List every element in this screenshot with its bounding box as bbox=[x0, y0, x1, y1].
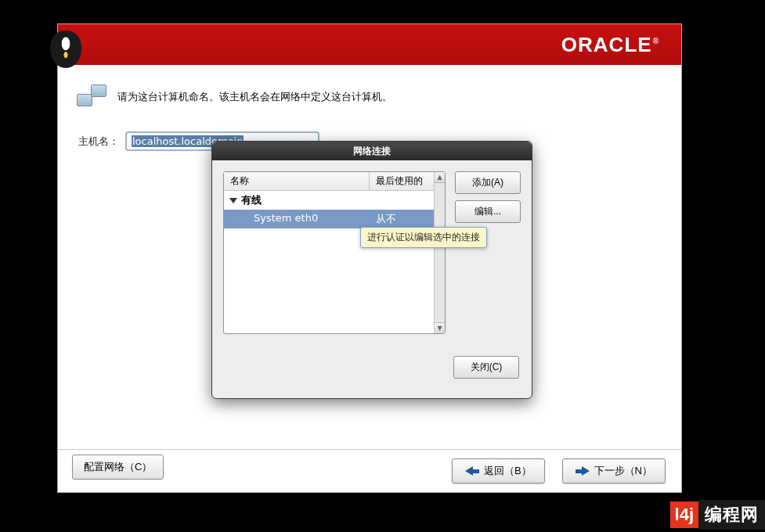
next-button[interactable]: 下一步（N） bbox=[562, 458, 666, 483]
group-wired[interactable]: 有线 bbox=[224, 191, 434, 210]
column-name[interactable]: 名称 bbox=[224, 172, 370, 190]
network-connections-dialog: 网络连接 名称 最后使用的 有线 System eth0 从不 ▲ ▼ bbox=[211, 141, 532, 399]
bottom-nav-bar: 返回（B） 下一步（N） bbox=[58, 449, 681, 492]
computer-icon bbox=[77, 84, 108, 110]
hostname-label: 主机名： bbox=[78, 135, 119, 149]
host-description: 请为这台计算机命名。该主机名会在网络中定义这台计算机。 bbox=[117, 90, 392, 104]
edit-tooltip: 进行认证以编辑选中的连接 bbox=[360, 227, 487, 248]
back-button[interactable]: 返回（B） bbox=[452, 458, 545, 483]
edit-button[interactable]: 编辑... bbox=[455, 200, 521, 223]
arrow-left-icon bbox=[465, 466, 479, 476]
host-description-row: 请为这台计算机命名。该主机名会在网络中定义这台计算机。 bbox=[72, 84, 667, 110]
oracle-logo: ORACLE® bbox=[561, 33, 659, 57]
connection-item-eth0[interactable]: System eth0 从不 bbox=[224, 210, 434, 228]
tux-icon bbox=[50, 31, 81, 68]
list-scrollbar[interactable]: ▲ ▼ bbox=[434, 172, 445, 333]
watermark-logo: l4j bbox=[670, 501, 698, 528]
dialog-title: 网络连接 bbox=[212, 142, 532, 160]
column-last-used[interactable]: 最后使用的 bbox=[370, 172, 434, 190]
arrow-right-icon bbox=[576, 466, 590, 476]
connection-list[interactable]: 名称 最后使用的 有线 System eth0 从不 ▲ ▼ bbox=[223, 171, 446, 334]
dialog-body: 名称 最后使用的 有线 System eth0 从不 ▲ ▼ 添加(A) 编辑.… bbox=[212, 160, 532, 345]
add-button[interactable]: 添加(A) bbox=[455, 171, 521, 194]
scroll-down-icon[interactable]: ▼ bbox=[435, 322, 445, 333]
header-banner: ORACLE® bbox=[58, 24, 681, 65]
scroll-up-icon[interactable]: ▲ bbox=[435, 172, 445, 183]
list-header: 名称 最后使用的 bbox=[224, 172, 434, 191]
watermark-text: 编程网 bbox=[698, 500, 765, 530]
watermark: l4j 编程网 bbox=[670, 498, 765, 532]
close-button[interactable]: 关闭(C) bbox=[453, 356, 519, 379]
dialog-footer: 关闭(C) bbox=[212, 345, 532, 389]
expand-triangle-icon bbox=[229, 198, 237, 203]
dialog-button-column: 添加(A) 编辑... 删除 bbox=[455, 171, 521, 334]
